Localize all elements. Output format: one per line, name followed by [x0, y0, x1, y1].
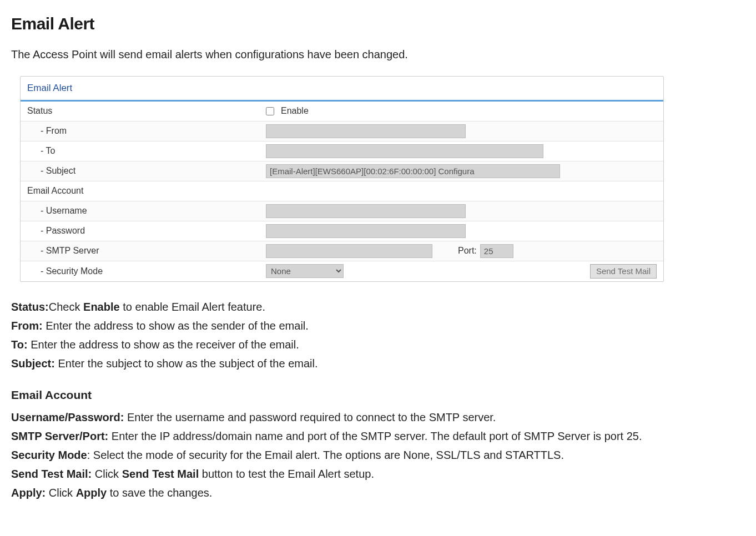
help-from: From: Enter the address to show as the s…	[11, 317, 745, 334]
password-field[interactable]	[266, 224, 466, 238]
help-userpass: Username/Password: Enter the username an…	[11, 409, 745, 426]
help-smtp: SMTP Server/Port: Enter the IP address/d…	[11, 428, 745, 444]
from-field[interactable]	[266, 124, 466, 138]
help-send-test-mail: Send Test Mail: Click Send Test Mail but…	[11, 466, 745, 482]
subject-label: - Subject	[27, 164, 266, 178]
row-from: - From	[21, 122, 663, 141]
to-field[interactable]	[266, 144, 543, 158]
security-label: - Security Mode	[27, 265, 266, 278]
status-label: Status	[27, 104, 266, 118]
email-account-heading: Email Account	[11, 386, 745, 404]
row-subject: - Subject	[21, 161, 663, 181]
from-label: - From	[27, 124, 266, 138]
row-smtp: - SMTP Server Port:	[21, 241, 663, 261]
help-to: To: Enter the address to show as the rec…	[11, 336, 745, 353]
panel-heading: Email Alert	[21, 77, 663, 102]
help-apply: Apply: Click Apply to save the changes.	[11, 484, 745, 501]
intro-text: The Access Point will send email alerts …	[11, 46, 745, 63]
security-mode-select[interactable]: None	[266, 264, 344, 278]
port-field[interactable]	[480, 244, 513, 258]
enable-label: Enable	[281, 104, 309, 118]
username-label: - Username	[27, 204, 266, 218]
definitions-block: Status:Check Enable to enable Email Aler…	[11, 299, 745, 502]
row-password: - Password	[21, 221, 663, 241]
to-label: - To	[27, 144, 266, 158]
smtp-label: - SMTP Server	[27, 244, 266, 257]
row-to: - To	[21, 141, 663, 161]
subject-field[interactable]	[266, 164, 560, 178]
send-test-mail-button[interactable]: Send Test Mail	[590, 264, 657, 279]
page-title: Email Alert	[11, 11, 745, 36]
email-alert-panel: Email Alert Status Enable - From - To - …	[20, 76, 664, 282]
row-username: - Username	[21, 201, 663, 221]
help-subject: Subject: Enter the subject to show as th…	[11, 355, 745, 372]
row-status: Status Enable	[21, 102, 663, 122]
row-email-account: Email Account	[21, 181, 663, 201]
username-field[interactable]	[266, 204, 466, 218]
row-security: - Security Mode None Send Test Mail	[21, 261, 663, 281]
smtp-server-field[interactable]	[266, 244, 432, 258]
port-label: Port:	[458, 244, 477, 257]
help-status: Status:Check Enable to enable Email Aler…	[11, 299, 745, 315]
password-label: - Password	[27, 224, 266, 237]
enable-checkbox[interactable]	[266, 107, 274, 115]
help-security-mode: Security Mode: Select the mode of securi…	[11, 447, 745, 463]
email-account-label: Email Account	[27, 184, 266, 198]
